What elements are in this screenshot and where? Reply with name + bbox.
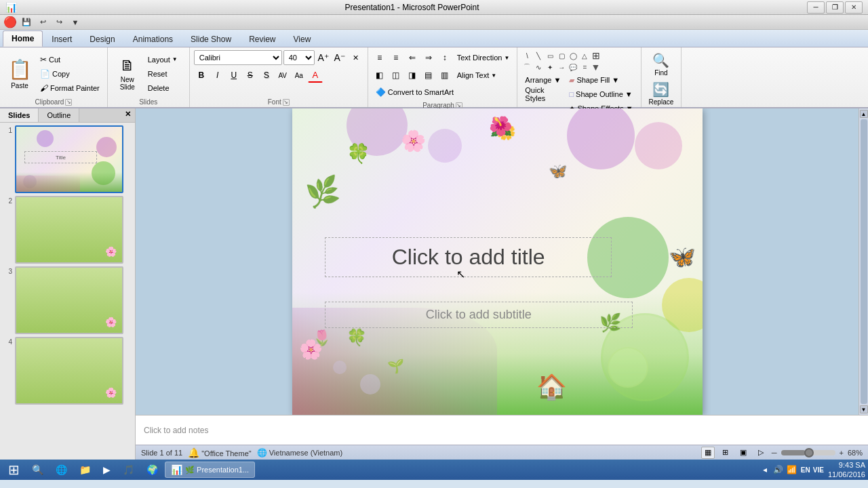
panel-close-button[interactable]: ✕	[121, 108, 135, 122]
shape-rounded-rect[interactable]: ▢	[556, 50, 567, 61]
system-clock[interactable]: 9:43 SA 11/06/2016	[828, 460, 865, 480]
convert-smartart-button[interactable]: 🔷 Convert to SmartArt	[372, 85, 467, 99]
scroll-down[interactable]: ▼	[860, 405, 868, 413]
shape-tri[interactable]: △	[579, 50, 590, 61]
layout-button[interactable]: Layout ▼	[144, 53, 185, 66]
canvas-area[interactable]: 🌿 🍀 🌸 🌼 🌺 🦋 🦋 🌸 🍀 🌱 🌿 🏠 🌷 Click	[136, 108, 859, 415]
format-painter-button[interactable]: 🖌 Format Painter	[37, 81, 103, 95]
title-placeholder[interactable]: Click to add title	[332, 245, 605, 270]
strikethrough-button[interactable]: S	[243, 68, 258, 83]
char-spacing-button[interactable]: AV	[275, 68, 290, 83]
restore-button[interactable]: ❐	[826, 1, 844, 14]
zoom-level[interactable]: 68%	[848, 449, 863, 457]
systray-network[interactable]: 🔊	[772, 464, 785, 476]
shape-rect[interactable]: ▭	[545, 50, 555, 61]
align-right-button[interactable]: ◨	[405, 68, 420, 83]
italic-button[interactable]: I	[210, 68, 225, 83]
replace-button[interactable]: 🔄 Replace	[646, 79, 677, 108]
close-button[interactable]: ✕	[845, 1, 863, 14]
numbered-button[interactable]: ≡	[389, 50, 403, 65]
vertical-scrollbar[interactable]: ▲ ▼	[859, 108, 868, 415]
media-player-button[interactable]: ▶	[98, 462, 116, 478]
shape-curve[interactable]: ∿	[533, 62, 544, 73]
ie-button[interactable]: 🌐	[50, 462, 73, 478]
notes-placeholder[interactable]: Click to add notes	[144, 426, 208, 435]
systray-volume[interactable]: 📶	[786, 464, 798, 476]
tab-slideshow[interactable]: Slide Show	[182, 31, 240, 47]
increase-indent-button[interactable]: ⇒	[421, 50, 436, 65]
view-slide-sorter-button[interactable]: ⊞	[719, 447, 732, 459]
paragraph-expand[interactable]: ↘	[456, 102, 462, 109]
font-name-select[interactable]: Calibri	[194, 50, 282, 65]
view-normal-button[interactable]: ▦	[701, 447, 715, 459]
zoom-plus[interactable]: +	[840, 449, 844, 457]
shape-ellipse[interactable]: ◯	[568, 50, 578, 61]
view-slideshow-button[interactable]: ▷	[754, 447, 768, 459]
font-color-button[interactable]: A	[308, 68, 323, 83]
notes-area[interactable]: Click to add notes	[136, 415, 868, 445]
underline-button[interactable]: U	[226, 68, 241, 83]
shadow-button[interactable]: S	[259, 68, 274, 83]
subtitle-textbox[interactable]: Click to add subtitle	[325, 302, 633, 328]
line-spacing-button[interactable]: ↕	[437, 50, 452, 65]
new-slide-button[interactable]: 🗎 NewSlide	[112, 52, 143, 96]
slide-thumb-3[interactable]: 3 🌸	[3, 266, 132, 334]
slide-thumb-1[interactable]: 1 Title	[3, 125, 132, 193]
tab-review[interactable]: Review	[240, 31, 284, 47]
itunes-button[interactable]: 🎵	[117, 462, 140, 478]
justify-button[interactable]: ▤	[421, 68, 436, 83]
zoom-slider[interactable]	[781, 450, 835, 455]
quick-styles-button[interactable]: QuickStyles	[521, 87, 564, 101]
office-button[interactable]: 🔴	[3, 16, 18, 28]
systray-hide[interactable]: ◂	[759, 464, 771, 476]
shape-line2[interactable]: ╲	[533, 50, 544, 61]
decrease-font-button[interactable]: A⁻	[332, 50, 347, 65]
systray-keyboard[interactable]: EN	[800, 464, 812, 476]
decrease-indent-button[interactable]: ⇐	[405, 50, 420, 65]
slide-canvas[interactable]: 🌿 🍀 🌸 🌼 🌺 🦋 🦋 🌸 🍀 🌱 🌿 🏠 🌷 Click	[292, 108, 703, 415]
qat-dropdown[interactable]: ▼	[68, 16, 83, 28]
chrome-button[interactable]: 🌍	[141, 462, 163, 478]
reset-button[interactable]: Reset	[144, 67, 185, 81]
title-textbox[interactable]: Click to add title	[325, 237, 612, 277]
shape-more[interactable]: ⊞	[591, 50, 601, 61]
outline-tab[interactable]: Outline	[39, 108, 79, 122]
shape-callout[interactable]: 💬	[568, 62, 578, 73]
paste-button[interactable]: 📋 Paste	[4, 52, 35, 96]
slides-tab[interactable]: Slides	[0, 108, 39, 122]
tab-insert[interactable]: Insert	[43, 31, 81, 47]
align-left-button[interactable]: ◧	[372, 68, 387, 83]
subtitle-placeholder[interactable]: Click to add subtitle	[331, 308, 627, 322]
clipboard-expand[interactable]: ↘	[65, 99, 72, 106]
delete-button[interactable]: Delete	[144, 81, 185, 95]
shape-arrow[interactable]: →	[556, 62, 567, 73]
shape-arc[interactable]: ⌒	[521, 62, 532, 73]
slide-preview-4[interactable]: 🌸	[15, 337, 123, 405]
systray-language[interactable]: VIE	[813, 466, 824, 474]
undo-button[interactable]: ↩	[35, 16, 50, 28]
cut-button[interactable]: ✂ Cut	[37, 53, 103, 66]
clear-format-button[interactable]: ✕	[349, 50, 363, 65]
slide-thumb-2[interactable]: 2 🌸	[3, 196, 132, 264]
font-size-select[interactable]: 40	[283, 50, 315, 65]
increase-font-button[interactable]: A⁺	[316, 50, 331, 65]
scroll-up[interactable]: ▲	[860, 110, 868, 118]
align-text-button[interactable]: Align Text ▼	[454, 68, 501, 82]
shape-eq[interactable]: =	[579, 62, 590, 73]
shapes-overflow[interactable]: ▼	[591, 62, 600, 73]
shape-star[interactable]: ✦	[545, 62, 555, 73]
slide-preview-3[interactable]: 🌸	[15, 266, 123, 334]
scroll-thumb[interactable]	[861, 119, 867, 404]
redo-button[interactable]: ↪	[52, 16, 66, 28]
slide-preview-2[interactable]: 🌸	[15, 196, 123, 264]
bullets-button[interactable]: ≡	[372, 50, 387, 65]
change-case-button[interactable]: Aa	[292, 68, 307, 83]
tab-view[interactable]: View	[285, 31, 320, 47]
shape-line[interactable]: \	[521, 50, 532, 61]
shape-outline-button[interactable]: □ Shape Outline ▼	[566, 87, 636, 101]
tab-home[interactable]: Home	[3, 30, 43, 47]
powerpoint-taskbar-app[interactable]: 📊 🌿 Presentation1...	[165, 462, 255, 478]
text-direction-button[interactable]: Text Direction ▼	[454, 51, 513, 64]
start-button[interactable]: ⊞	[3, 462, 25, 478]
arrange-button[interactable]: Arrange ▼	[521, 73, 564, 87]
